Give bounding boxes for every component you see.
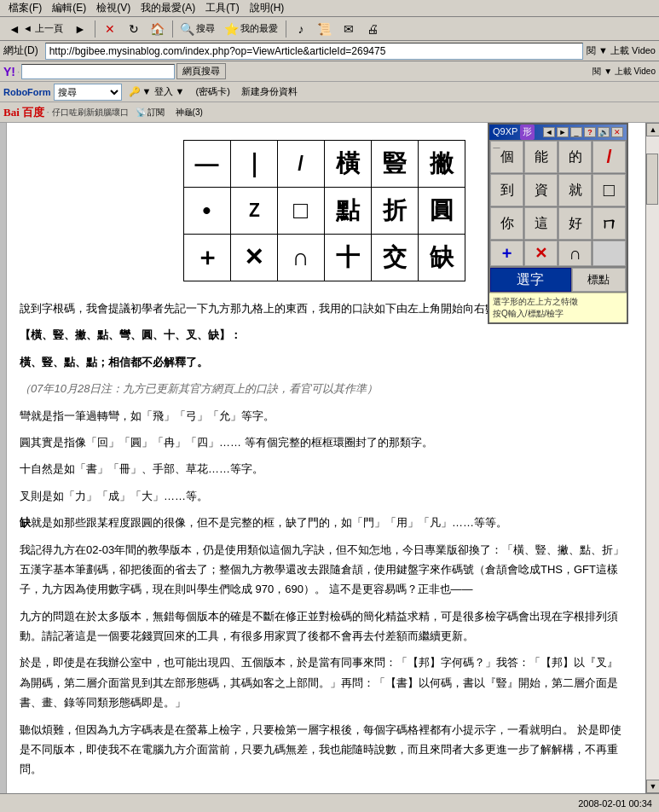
media-button[interactable]: ♪ xyxy=(290,20,312,38)
history-icon: 📜 xyxy=(318,22,332,36)
refresh-icon: ↻ xyxy=(127,22,141,36)
ime-arrow-right-button[interactable]: ► xyxy=(557,127,569,137)
ime-cell-jiu[interactable]: 就 xyxy=(558,174,592,206)
home-button[interactable]: 🏠 xyxy=(147,20,169,38)
baidu-mohu-button[interactable]: 神龜(3) xyxy=(171,103,207,122)
vertical-scrollbar[interactable]: ▲ ▼ xyxy=(645,123,659,793)
robo-logo: RoboForm xyxy=(3,87,51,97)
ime-cell-de[interactable]: 的 xyxy=(558,141,592,173)
ime-cell-plus[interactable]: + xyxy=(490,241,523,266)
baidu-chinese-logo: 百度 xyxy=(22,105,44,120)
refresh-button[interactable]: ↻ xyxy=(123,20,145,38)
home-icon: 🏠 xyxy=(151,22,165,36)
address-right-label: 閱 ▼ 上載 Video xyxy=(587,44,656,57)
content-area: Q9XP 形 ◄ ► _ ? 🔊 ✕ 一 個 xyxy=(7,123,645,793)
baidu-subscribe-button[interactable]: 📡 訂閱 xyxy=(131,103,169,122)
favorites-button[interactable]: ⭐ 我的最愛 xyxy=(221,20,282,38)
menu-view[interactable]: 檢視(V) xyxy=(91,1,136,15)
char-cell-heng: 橫 xyxy=(324,141,371,188)
ime-widget: Q9XP 形 ◄ ► _ ? 🔊 ✕ 一 個 xyxy=(488,123,628,324)
yahoo-search-input[interactable] xyxy=(21,64,175,79)
star-icon: ⭐ xyxy=(225,22,239,36)
scrollbar-thumb[interactable] xyxy=(646,154,658,205)
favorites-label: 我的最愛 xyxy=(240,22,278,35)
yahoo-extra: 閱 ▼ 上載 Video xyxy=(593,66,656,78)
char-cell-heng-sym: — xyxy=(183,141,230,188)
ime-cell-neng[interactable]: 能 xyxy=(524,141,558,173)
menu-file[interactable]: 檔案(F) xyxy=(3,1,47,15)
char-cell-yuan: 圓 xyxy=(418,188,465,235)
ime-arrow-left-button[interactable]: ◄ xyxy=(543,127,555,137)
table-row: — ｜ / 橫 豎 撇 xyxy=(183,141,465,188)
ime-select-button[interactable]: 選字 xyxy=(490,268,571,292)
robo-password-button[interactable]: (密碼卡) xyxy=(192,83,234,102)
ime-punct-button[interactable]: 標點 xyxy=(572,268,626,292)
history-button[interactable]: 📜 xyxy=(314,20,336,38)
address-label: 網址(D) xyxy=(3,44,42,58)
ime-minimize-button[interactable]: _ xyxy=(570,127,582,137)
char-cell-shu: 豎 xyxy=(371,141,418,188)
mail-button[interactable]: ✉ xyxy=(338,20,360,38)
para1: 我記得九方在02-03年間的教學版本，仍是使用類似這個九字訣，但不知怎地，今日專… xyxy=(20,540,628,600)
ime-cell-dao[interactable]: 到 xyxy=(490,174,523,206)
robo-login-button[interactable]: 🔑 ▼ 登入 ▼ xyxy=(124,83,189,102)
menu-tools[interactable]: 工具(T) xyxy=(200,1,244,15)
ime-cell-zi[interactable]: 資 xyxy=(524,174,558,206)
ime-cell-slash[interactable]: / xyxy=(593,141,626,173)
print-button[interactable]: 🖨 xyxy=(361,20,384,38)
menu-edit[interactable]: 編輯(E) xyxy=(47,1,91,15)
ime-audio-button[interactable]: 🔊 xyxy=(598,127,610,137)
ime-close-button[interactable]: ? xyxy=(584,127,596,137)
forward-button[interactable]: ► xyxy=(69,20,91,38)
char-cell-que: 缺 xyxy=(418,235,465,281)
ime-cell-ni[interactable]: 你 xyxy=(490,207,523,240)
baidu-subscribe-label: 訂閱 xyxy=(147,107,165,119)
robo-newaccount-button[interactable]: 新建身份資料 xyxy=(237,83,302,102)
char-cell-yuan-sym: □ xyxy=(277,188,324,235)
formula-bracket: 【橫、豎、撇、點、彎、圓、十、叉、缺】： xyxy=(20,328,241,341)
main-area: Q9XP 形 ◄ ► _ ? 🔊 ✕ 一 個 xyxy=(0,123,659,793)
forward-icon: ► xyxy=(73,22,87,36)
robo-select[interactable]: 搜尋 xyxy=(54,84,122,101)
notes-para: 橫、豎、點、點；相信都不必解釋了。 xyxy=(20,352,628,372)
scrollbar-down-button[interactable]: ▼ xyxy=(646,780,659,793)
print-icon: 🖨 xyxy=(366,22,379,36)
table-row: • Ｚ □ 點 折 圓 xyxy=(183,188,465,235)
toolbar: ◄ ◄ 上一頁 ► ✕ ↻ 🏠 🔍 搜尋 ⭐ 我的最愛 ♪ 📜 ✉ 🖨 xyxy=(0,17,659,41)
ime-cell-hao[interactable]: 好 xyxy=(558,207,592,240)
ime-cell-ni2[interactable]: ∩ xyxy=(558,241,592,266)
ime-shape-label[interactable]: 形 xyxy=(520,125,535,140)
ime-cell-ge[interactable]: 一 個 xyxy=(490,141,523,173)
char-cell-shu-sym: ｜ xyxy=(230,141,277,188)
date-note-para: （07年10月28日注：九方已更新其官方網頁上的口訣，看官可以其作準） xyxy=(20,379,628,398)
baidu-mohu-label: 神龜(3) xyxy=(176,107,203,119)
que-bold: 缺 xyxy=(20,516,31,529)
back-button[interactable]: ◄ ◄ 上一頁 xyxy=(3,20,67,38)
menu-help[interactable]: 說明(H) xyxy=(245,1,290,15)
ime-cell-x[interactable]: ✕ xyxy=(524,241,558,266)
ime-cell-kou[interactable]: □ xyxy=(593,174,626,206)
scrollbar-track[interactable] xyxy=(646,136,659,780)
search-button[interactable]: 🔍 搜尋 xyxy=(176,20,219,38)
stop-button[interactable]: ✕ xyxy=(99,20,121,38)
char-cell-n-sym: ∩ xyxy=(277,235,324,281)
search-label: 搜尋 xyxy=(196,22,215,35)
back-label: ◄ 上一頁 xyxy=(23,22,63,35)
ime-cell-zhe[interactable]: 這 xyxy=(524,207,558,240)
notes-text: 橫、豎、點、點；相信都不必解釋了。 xyxy=(20,356,208,368)
char-cell-dian: 點 xyxy=(324,188,371,235)
explanation-cross: 叉則是如「力」「成」「大」……等。 xyxy=(20,486,628,506)
yahoo-search-button[interactable]: 網頁搜尋 xyxy=(176,63,226,79)
char-cell-cha: 交 xyxy=(371,235,418,281)
table-row: ＋ ✕ ∩ 十 交 缺 xyxy=(183,235,465,281)
para3: 於是，即使是在我辦公室中，也可能出現四、五個版本，於是當有同事來問：「【邦】字何… xyxy=(20,652,628,712)
address-input[interactable] xyxy=(45,43,583,60)
para2: 九方的問題在於太多版本，無錯每個版本的確是不斷在修正並對檢碼的簡化精益求精，可是… xyxy=(20,606,628,647)
char-cell-pie-sym: / xyxy=(277,141,324,188)
scrollbar-up-button[interactable]: ▲ xyxy=(646,123,659,136)
baidu-toolbar-text: 仔口咗刷新鎖腦壞口 xyxy=(52,107,129,119)
menu-favorites[interactable]: 我的最愛(A) xyxy=(136,1,200,15)
explanation-round: 圓其實是指像「回」「圓」「冉」「四」…… 等有個完整的框框環圈封了的那類字。 xyxy=(20,432,628,452)
ime-x-button[interactable]: ✕ xyxy=(611,127,623,137)
ime-cell-n[interactable]: ㄇ xyxy=(593,207,626,240)
